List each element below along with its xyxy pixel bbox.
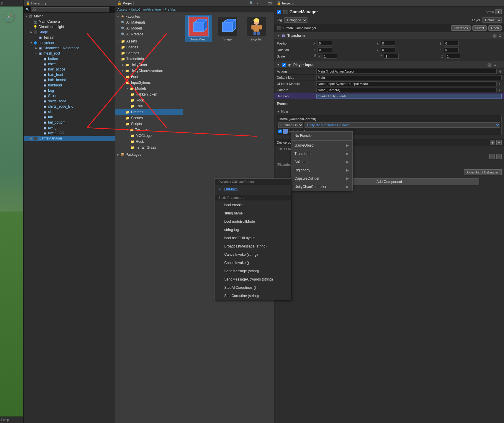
hierarchy-item-hair-front[interactable]: ▣ hair_front: [24, 72, 115, 77]
rot-x-input[interactable]: [318, 47, 332, 52]
ctx-gameobject[interactable]: GameObject ▶: [291, 141, 352, 150]
tag-select[interactable]: Untagged: [284, 17, 307, 23]
pi-enabled-checkbox[interactable]: [282, 63, 286, 67]
behavior-value[interactable]: Invoke Unity Events: [316, 94, 502, 99]
hierarchy-item-uwagi[interactable]: ▣ uwagi: [24, 125, 115, 130]
rot-y-input[interactable]: [381, 47, 395, 52]
pos-z-input[interactable]: [444, 41, 459, 46]
hierarchy-item-char1ref[interactable]: ▶ ▣ Character1_Reference: [24, 45, 115, 51]
hierarchy-item-stage[interactable]: ▶ ⬛ Stage: [24, 29, 115, 35]
proj-hakkentoken[interactable]: 📁 HakkenToken: [115, 91, 183, 97]
hierarchy-item-skin[interactable]: ▣ skin: [24, 109, 115, 114]
dynamic-sendmessageupwards[interactable]: SendMessageUpwards (string): [215, 275, 291, 283]
proj-mcclogo[interactable]: 📁 MCCLogo: [115, 133, 183, 139]
fav-all-materials[interactable]: 🔍 All Materials: [115, 19, 183, 25]
object-enabled-checkbox[interactable]: [277, 10, 281, 14]
transform-component-header[interactable]: ▼ ⊞ Transform ? ⚙: [274, 32, 504, 39]
scale-z-input[interactable]: [446, 54, 460, 59]
open-debugger-btn[interactable]: Open Input Debugger: [464, 169, 502, 175]
actions-value[interactable]: Main (Input Action Asset): [316, 69, 497, 74]
hierarchy-item-main-camera[interactable]: 📷 Main Camera: [24, 19, 115, 24]
add-component-plus-btn[interactable]: +: [489, 154, 495, 159]
hierarchy-item-dir-light[interactable]: 💡 Directional Light: [24, 24, 115, 29]
dynamic-sendmessage[interactable]: SendMessage (string): [215, 267, 291, 275]
asset-stage[interactable]: Stage: [214, 15, 241, 42]
dynamic-string-tag[interactable]: string tag: [215, 226, 291, 234]
overrides-btn[interactable]: Overrides: [451, 25, 471, 31]
hierarchy-item-tail-bottom[interactable]: ▣ tail_bottom: [24, 120, 115, 125]
proj-rock[interactable]: 📁 Rock: [115, 97, 183, 103]
default-map-value[interactable]: Main: [316, 75, 502, 80]
player-input-component-header[interactable]: ▼ ◉ Player Input ? ⚙ ⋮: [274, 61, 504, 68]
fav-all-models[interactable]: 🔍 All Models: [115, 25, 183, 31]
pos-x-input[interactable]: [318, 41, 332, 46]
hierarchy-item-button[interactable]: ▣ button: [24, 56, 115, 61]
project-search-icon[interactable]: 🔍: [249, 1, 254, 6]
project-menu-btn[interactable]: ⋮: [261, 1, 266, 6]
camera-target-icon[interactable]: ⊙: [499, 88, 502, 92]
ctx-transform[interactable]: Transform ▶: [291, 150, 352, 158]
proj-inputsytems[interactable]: 📁 InputSytems: [115, 80, 183, 86]
device-plus-btn[interactable]: +: [490, 140, 495, 145]
fav-all-prefabs[interactable]: 🔍 All Prefabs: [115, 31, 183, 37]
proj-unitychan[interactable]: ▶ 📁 UnityChan: [115, 62, 183, 68]
dynamic-stopcoroutine[interactable]: StopCoroutine (string): [215, 292, 291, 300]
hierarchy-item-hairband[interactable]: ▣ hairband: [24, 83, 115, 88]
layer-select[interactable]: Default: [482, 17, 502, 23]
proj-scenes2[interactable]: 📁 Scenes: [115, 115, 183, 121]
proj-packages[interactable]: ▶ 📦 Packages: [115, 152, 183, 158]
assets-header[interactable]: ▼ 📁 Assets: [115, 38, 183, 44]
hierarchy-item-cheek[interactable]: ▣ cheek: [24, 61, 115, 67]
device-minus-btn[interactable]: −: [496, 140, 502, 145]
proj-models[interactable]: ▼ 📁 Models: [115, 86, 183, 91]
dynamic-cancelinvoke[interactable]: CancelInvoke (): [215, 259, 291, 267]
dynamic-bool-useguilayout[interactable]: bool useGUILayout: [215, 234, 291, 242]
hierarchy-item-tail[interactable]: ▣ tail: [24, 114, 115, 120]
dynamic-bool-enabled[interactable]: bool enabled: [215, 201, 291, 209]
hierarchy-item-hair-frontside[interactable]: ▣ hair_frontside: [24, 77, 115, 83]
favorites-header[interactable]: ▼ ★ Favorites: [115, 14, 183, 19]
static-dropdown[interactable]: ▼: [495, 9, 502, 14]
hierarchy-item-main[interactable]: ▼ 🎬 Main*: [24, 14, 115, 19]
hierarchy-item-mesh-root[interactable]: ▼ ▣ mesh_root: [24, 51, 115, 56]
project-add-btn[interactable]: +: [255, 1, 260, 6]
pi-dots-icon[interactable]: ⋮: [498, 63, 502, 67]
proj-rock2[interactable]: 📁 Rock: [115, 139, 183, 145]
breadcrumb-text[interactable]: Assets > UnityChanAdventure > Prefabs: [117, 8, 176, 11]
inspector-lock-icon[interactable]: 🔒: [277, 1, 281, 5]
hierarchy-item-shirts[interactable]: ▣ Shirts: [24, 93, 115, 99]
open-btn[interactable]: Open: [488, 25, 502, 31]
hierarchy-add-btn[interactable]: +: [109, 7, 113, 12]
function-select[interactable]: UnityChanController.OnMove: [305, 122, 500, 128]
proj-scenes[interactable]: 📁 Scenes: [115, 44, 183, 50]
pi-gear-icon[interactable]: ⚙: [493, 63, 497, 67]
transform-info-icon[interactable]: ?: [492, 34, 497, 38]
rot-z-input[interactable]: [444, 47, 459, 52]
proj-tree[interactable]: 📁 Tree: [115, 103, 183, 109]
ctx-animator[interactable]: Animator ▶: [291, 158, 352, 166]
inspector-menu-btn[interactable]: ⋮: [497, 1, 502, 6]
proj-textures[interactable]: ▼ 📁 Textures: [115, 127, 183, 133]
pos-y-input[interactable]: [381, 41, 395, 46]
dynamic-stopallcoroutines[interactable]: StopAllCoroutines (): [215, 283, 291, 292]
hierarchy-item-hair-accce[interactable]: ▣ hair_accce: [24, 67, 115, 72]
add-component-minus-btn[interactable]: −: [496, 154, 502, 159]
proj-scripts[interactable]: 📁 Scripts: [115, 121, 183, 127]
camera-value[interactable]: None (Camera): [316, 88, 497, 92]
ctx-no-function[interactable]: No Function: [291, 132, 352, 140]
ui-target-icon[interactable]: ⊙: [499, 82, 502, 86]
ui-input-value[interactable]: None (Input System UI Input Modu...: [316, 81, 497, 86]
unitychan-checkbox[interactable]: [278, 129, 282, 133]
dynamic-onmove-item[interactable]: ✓ OnMove: [215, 185, 291, 193]
ctx-unitychancontroller[interactable]: UnityChanController ▶: [291, 183, 352, 191]
hierarchy-item-gamemanager[interactable]: ▶ ⬛ GameManager: [24, 136, 115, 141]
transform-gear-icon[interactable]: ⚙: [498, 34, 502, 38]
hierarchy-search-input[interactable]: [31, 7, 109, 12]
hierarchy-item-leg[interactable]: ▣ Leg: [24, 88, 115, 93]
hierarchy-item-uwagi-bk[interactable]: ▣ uwagi_BK: [24, 130, 115, 136]
runtime-select[interactable]: Runtime On: [278, 122, 303, 128]
ctx-capsulecollider[interactable]: CapsuleCollider ▶: [291, 174, 352, 183]
proj-prefabs[interactable]: 📁 Prefabs: [115, 109, 183, 115]
actions-target-icon[interactable]: ⊙: [499, 70, 502, 73]
proj-settings[interactable]: 📁 Settings: [115, 50, 183, 56]
